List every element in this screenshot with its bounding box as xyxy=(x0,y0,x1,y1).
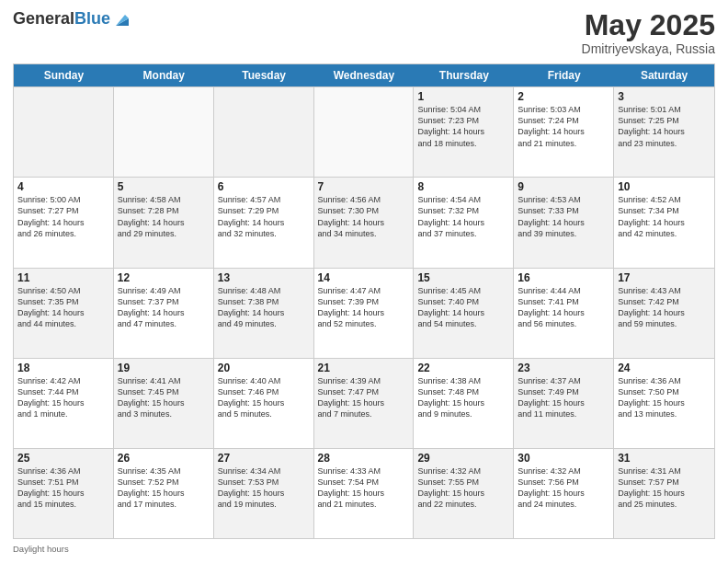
cal-cell-day-19: 19Sunrise: 4:41 AMSunset: 7:45 PMDayligh… xyxy=(114,359,214,448)
weekday-header-thursday: Thursday xyxy=(414,64,514,86)
day-detail: Sunrise: 4:44 AMSunset: 7:41 PMDaylight:… xyxy=(518,285,609,330)
cal-week-4: 18Sunrise: 4:42 AMSunset: 7:44 PMDayligh… xyxy=(14,358,714,448)
logo-text-block: GeneralBlue xyxy=(13,9,132,29)
day-number: 27 xyxy=(218,452,310,465)
logo-general: GeneralBlue xyxy=(13,10,110,29)
day-number: 25 xyxy=(17,452,109,465)
day-number: 4 xyxy=(17,180,109,193)
cal-cell-day-28: 28Sunrise: 4:33 AMSunset: 7:54 PMDayligh… xyxy=(314,449,415,538)
day-number: 18 xyxy=(17,362,109,374)
cal-cell-day-23: 23Sunrise: 4:37 AMSunset: 7:49 PMDayligh… xyxy=(514,359,614,448)
day-detail: Sunrise: 5:04 AMSunset: 7:23 PMDaylight:… xyxy=(417,104,509,149)
day-detail: Sunrise: 4:52 AMSunset: 7:34 PMDaylight:… xyxy=(618,194,711,239)
weekday-header-wednesday: Wednesday xyxy=(314,64,415,86)
day-detail: Sunrise: 4:54 AMSunset: 7:32 PMDaylight:… xyxy=(417,194,509,239)
day-detail: Sunrise: 4:48 AMSunset: 7:38 PMDaylight:… xyxy=(218,285,310,330)
day-detail: Sunrise: 5:01 AMSunset: 7:25 PMDaylight:… xyxy=(618,104,711,149)
day-detail: Sunrise: 4:35 AMSunset: 7:52 PMDaylight:… xyxy=(118,465,210,511)
cal-cell-day-15: 15Sunrise: 4:45 AMSunset: 7:40 PMDayligh… xyxy=(414,269,514,358)
weekday-header-saturday: Saturday xyxy=(614,64,714,86)
cal-cell-empty-0-3 xyxy=(314,87,415,177)
cal-cell-day-12: 12Sunrise: 4:49 AMSunset: 7:37 PMDayligh… xyxy=(114,269,214,358)
day-detail: Sunrise: 4:50 AMSunset: 7:35 PMDaylight:… xyxy=(17,285,109,330)
day-number: 13 xyxy=(218,271,310,284)
day-detail: Sunrise: 5:03 AMSunset: 7:24 PMDaylight:… xyxy=(518,104,609,149)
cal-cell-empty-0-1 xyxy=(114,87,214,177)
day-number: 1 xyxy=(417,90,509,103)
weekday-header-friday: Friday xyxy=(514,64,614,86)
cal-cell-day-3: 3Sunrise: 5:01 AMSunset: 7:25 PMDaylight… xyxy=(614,87,714,177)
day-number: 30 xyxy=(518,452,609,465)
day-number: 2 xyxy=(518,90,609,103)
day-number: 7 xyxy=(318,180,410,193)
cal-cell-day-7: 7Sunrise: 4:56 AMSunset: 7:30 PMDaylight… xyxy=(314,178,415,267)
day-number: 29 xyxy=(417,452,509,465)
cal-week-5: 25Sunrise: 4:36 AMSunset: 7:51 PMDayligh… xyxy=(14,448,714,538)
day-number: 9 xyxy=(518,180,609,193)
day-detail: Sunrise: 4:36 AMSunset: 7:51 PMDaylight:… xyxy=(17,465,109,511)
cal-cell-empty-0-2 xyxy=(214,87,314,177)
day-number: 17 xyxy=(618,271,711,284)
day-detail: Sunrise: 4:34 AMSunset: 7:53 PMDaylight:… xyxy=(218,465,310,511)
page: GeneralBlue May 2025 Dmitriyevskaya, Rus… xyxy=(0,0,728,563)
location: Dmitriyevskaya, Russia xyxy=(582,41,715,56)
day-detail: Sunrise: 4:32 AMSunset: 7:56 PMDaylight:… xyxy=(518,465,609,511)
day-detail: Sunrise: 4:32 AMSunset: 7:55 PMDaylight:… xyxy=(417,465,509,511)
cal-cell-day-22: 22Sunrise: 4:38 AMSunset: 7:48 PMDayligh… xyxy=(414,359,514,448)
cal-cell-day-6: 6Sunrise: 4:57 AMSunset: 7:29 PMDaylight… xyxy=(214,178,314,267)
cal-cell-day-31: 31Sunrise: 4:31 AMSunset: 7:57 PMDayligh… xyxy=(614,449,714,538)
cal-cell-day-20: 20Sunrise: 4:40 AMSunset: 7:46 PMDayligh… xyxy=(214,359,314,448)
day-number: 16 xyxy=(518,271,609,284)
day-detail: Sunrise: 4:33 AMSunset: 7:54 PMDaylight:… xyxy=(318,465,410,511)
day-detail: Sunrise: 4:31 AMSunset: 7:57 PMDaylight:… xyxy=(618,465,711,511)
cal-cell-day-13: 13Sunrise: 4:48 AMSunset: 7:38 PMDayligh… xyxy=(214,269,314,358)
day-detail: Sunrise: 4:38 AMSunset: 7:48 PMDaylight:… xyxy=(417,375,509,420)
calendar-header: SundayMondayTuesdayWednesdayThursdayFrid… xyxy=(14,64,714,86)
cal-cell-day-27: 27Sunrise: 4:34 AMSunset: 7:53 PMDayligh… xyxy=(214,449,314,538)
logo-icon xyxy=(112,9,132,29)
weekday-header-tuesday: Tuesday xyxy=(214,64,314,86)
day-number: 8 xyxy=(417,180,509,193)
cal-cell-day-9: 9Sunrise: 4:53 AMSunset: 7:33 PMDaylight… xyxy=(514,178,614,267)
footer: Daylight hours xyxy=(13,544,715,554)
day-number: 11 xyxy=(17,271,109,284)
cal-cell-day-21: 21Sunrise: 4:39 AMSunset: 7:47 PMDayligh… xyxy=(314,359,415,448)
day-detail: Sunrise: 4:45 AMSunset: 7:40 PMDaylight:… xyxy=(417,285,509,330)
cal-cell-day-18: 18Sunrise: 4:42 AMSunset: 7:44 PMDayligh… xyxy=(14,359,114,448)
cal-cell-day-5: 5Sunrise: 4:58 AMSunset: 7:28 PMDaylight… xyxy=(114,178,214,267)
day-number: 3 xyxy=(618,90,711,103)
day-detail: Sunrise: 4:58 AMSunset: 7:28 PMDaylight:… xyxy=(118,194,210,239)
cal-cell-day-10: 10Sunrise: 4:52 AMSunset: 7:34 PMDayligh… xyxy=(614,178,714,267)
calendar: SundayMondayTuesdayWednesdayThursdayFrid… xyxy=(13,63,715,539)
cal-week-3: 11Sunrise: 4:50 AMSunset: 7:35 PMDayligh… xyxy=(14,268,714,358)
cal-cell-day-25: 25Sunrise: 4:36 AMSunset: 7:51 PMDayligh… xyxy=(14,449,114,538)
day-detail: Sunrise: 4:47 AMSunset: 7:39 PMDaylight:… xyxy=(318,285,410,330)
day-number: 24 xyxy=(618,362,711,374)
day-detail: Sunrise: 4:57 AMSunset: 7:29 PMDaylight:… xyxy=(218,194,310,239)
weekday-header-monday: Monday xyxy=(114,64,214,86)
header: GeneralBlue May 2025 Dmitriyevskaya, Rus… xyxy=(13,9,715,56)
weekday-header-sunday: Sunday xyxy=(14,64,114,86)
cal-week-1: 1Sunrise: 5:04 AMSunset: 7:23 PMDaylight… xyxy=(14,86,714,177)
day-number: 20 xyxy=(218,362,310,374)
cal-cell-day-26: 26Sunrise: 4:35 AMSunset: 7:52 PMDayligh… xyxy=(114,449,214,538)
day-detail: Sunrise: 5:00 AMSunset: 7:27 PMDaylight:… xyxy=(17,194,109,239)
month-title: May 2025 xyxy=(582,9,715,41)
cal-cell-day-2: 2Sunrise: 5:03 AMSunset: 7:24 PMDaylight… xyxy=(514,87,614,177)
day-number: 6 xyxy=(218,180,310,193)
day-number: 21 xyxy=(318,362,410,374)
cal-cell-day-4: 4Sunrise: 5:00 AMSunset: 7:27 PMDaylight… xyxy=(14,178,114,267)
cal-cell-empty-0-0 xyxy=(14,87,114,177)
day-number: 23 xyxy=(518,362,609,374)
day-detail: Sunrise: 4:53 AMSunset: 7:33 PMDaylight:… xyxy=(518,194,609,239)
day-detail: Sunrise: 4:43 AMSunset: 7:42 PMDaylight:… xyxy=(618,285,711,330)
day-number: 19 xyxy=(118,362,210,374)
cal-cell-day-8: 8Sunrise: 4:54 AMSunset: 7:32 PMDaylight… xyxy=(414,178,514,267)
day-number: 15 xyxy=(417,271,509,284)
day-number: 14 xyxy=(318,271,410,284)
cal-cell-day-16: 16Sunrise: 4:44 AMSunset: 7:41 PMDayligh… xyxy=(514,269,614,358)
logo: GeneralBlue xyxy=(13,9,132,29)
day-detail: Sunrise: 4:37 AMSunset: 7:49 PMDaylight:… xyxy=(518,375,609,420)
day-number: 26 xyxy=(118,452,210,465)
cal-cell-day-24: 24Sunrise: 4:36 AMSunset: 7:50 PMDayligh… xyxy=(614,359,714,448)
